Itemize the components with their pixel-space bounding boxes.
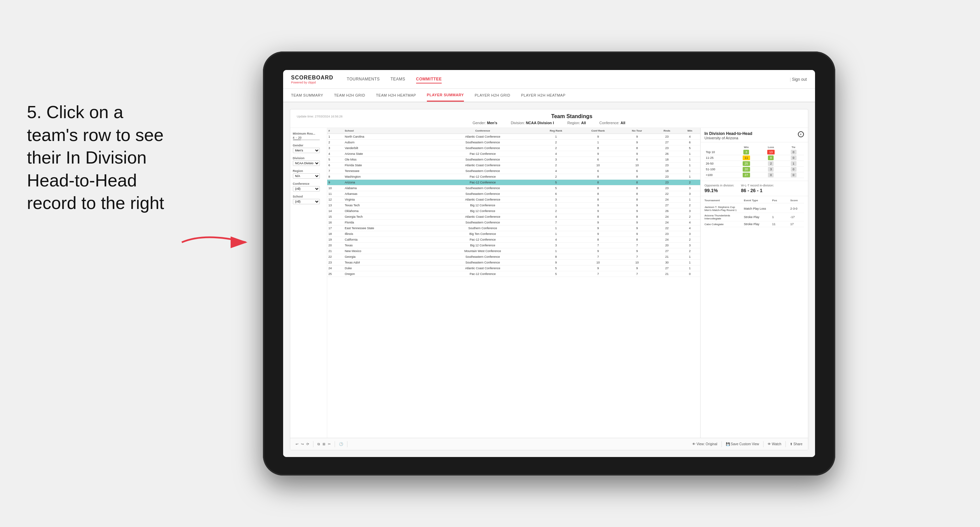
col-rnds: Rnds <box>654 128 679 134</box>
table-row[interactable]: 18 Illinois Big Ten Conference 1 9 9 23 … <box>327 231 700 237</box>
nav-tournaments[interactable]: TOURNAMENTS <box>347 75 380 83</box>
undo-redo-group: ↩ ↪ ⟳ <box>296 442 309 446</box>
tournament-row: Cabo Collegiate Stroke Play 11 17 <box>705 221 804 227</box>
cut-button[interactable]: ✂ <box>328 442 331 446</box>
main-content: Update time: 27/03/2024 16:56:26 Team St… <box>283 102 815 457</box>
h2h-stats: Opponents in division: 99.1% W-L-T recor… <box>701 181 808 196</box>
tournament-row: Jackson T. Stephens Cup Men's Match-Play… <box>705 205 804 213</box>
nav-items: TOURNAMENTS TEAMS COMMITTEE <box>347 75 790 83</box>
h2h-title: In Division Head-to-Head <box>705 131 752 136</box>
gender-select[interactable]: Men's <box>293 148 320 153</box>
sub-nav-player-summary[interactable]: PLAYER SUMMARY <box>427 89 464 102</box>
table-row[interactable]: 2 Auburn Southeastern Conference 2 1 9 2… <box>327 140 700 145</box>
share-button[interactable]: ⬆ Share <box>790 442 803 446</box>
table-row[interactable]: 16 Florida Southeastern Conference 7 9 9… <box>327 220 700 225</box>
opponents-label: Opponents in division: <box>705 184 735 187</box>
table-row[interactable]: 8 Washington Pac-12 Conference 2 8 8 23 … <box>327 174 700 180</box>
watch-button[interactable]: 👁 Watch <box>768 442 781 446</box>
tournament-row: Arizona Thunderbirds Intercollegiate Str… <box>705 213 804 221</box>
sign-out-button[interactable]: | Sign out <box>790 77 807 82</box>
table-area: # School Conference Reg Rank Conf Rank N… <box>327 128 700 438</box>
table-row[interactable]: 14 Oklahoma Big 12 Conference 2 9 9 26 3 <box>327 208 700 214</box>
logo-sub: Powered by clippd <box>291 81 334 84</box>
col-win-header: Win <box>734 145 759 149</box>
h2h-record-area: Win Loss Tie Top 10 3 13 0 11-25 11 <box>701 142 808 181</box>
table-row[interactable]: 13 Texas Tech Big 12 Conference 1 9 9 27… <box>327 203 700 208</box>
table-row[interactable]: 24 Duke Atlantic Coast Conference 5 9 9 … <box>327 265 700 271</box>
min-rounds-slider[interactable] <box>293 139 320 140</box>
nav-teams[interactable]: TEAMS <box>391 75 405 83</box>
logo-title: SCOREBOARD <box>291 75 334 81</box>
tablet-screen: SCOREBOARD Powered by clippd TOURNAMENTS… <box>283 70 815 457</box>
table-row[interactable]: 23 Texas A&M Southeastern Conference 9 1… <box>327 260 700 265</box>
h2h-record-row: 11-25 11 8 0 <box>705 155 804 161</box>
sub-nav-team-h2h-heatmap[interactable]: TEAM H2H HEATMAP <box>376 89 416 102</box>
table-row[interactable]: 12 Virginia Atlantic Coast Conference 3 … <box>327 197 700 203</box>
forward-button[interactable]: ⟳ <box>306 442 309 446</box>
standings-table: # School Conference Reg Rank Conf Rank N… <box>327 128 700 277</box>
table-row[interactable]: 10 Alabama Southeastern Conference 5 8 8… <box>327 186 700 191</box>
col-reg-rank: Reg Rank <box>536 128 576 134</box>
conference-select[interactable]: (All) <box>293 186 320 192</box>
col-rank: # <box>327 128 344 134</box>
arrow-annotation <box>178 229 266 256</box>
table-row[interactable]: 19 California Pac-12 Conference 4 8 8 24… <box>327 237 700 243</box>
division-select[interactable]: NCAA Division I <box>293 160 320 166</box>
table-row[interactable]: 25 Oregon Pac-12 Conference 5 7 7 21 0 <box>327 271 700 277</box>
bottom-toolbar: ↩ ↪ ⟳ ⧉ ⊞ ✂ 🕐 <box>290 438 808 450</box>
h2h-record-row: 51-100 20 3 0 <box>705 167 804 172</box>
filter-group-division: Division NCAA Division I <box>293 157 324 166</box>
filter-group-gender: Gender Men's <box>293 144 324 153</box>
sub-nav-player-h2h-grid[interactable]: PLAYER H2H GRID <box>475 89 511 102</box>
save-custom-view-button[interactable]: 💾 Save Custom View <box>726 442 759 446</box>
sub-nav-team-h2h-grid[interactable]: TEAM H2H GRID <box>334 89 365 102</box>
table-row[interactable]: 7 Tennessee Southeastern Conference 4 6 … <box>327 168 700 174</box>
sub-nav-team-summary[interactable]: TEAM SUMMARY <box>291 89 323 102</box>
table-row[interactable]: 4 Arizona State Pac-12 Conference 4 9 9 … <box>327 151 700 157</box>
table-row[interactable]: 5 Ole Miss Southeastern Conference 3 6 6… <box>327 157 700 162</box>
nav-committee[interactable]: COMMITTEE <box>416 75 442 83</box>
filter-conference: Conference: All <box>599 121 625 125</box>
wlt-label: W-L-T record in-division: <box>741 184 774 187</box>
table-row[interactable]: 3 Vanderbilt Southeastern Conference 2 8… <box>327 145 700 151</box>
table-row[interactable]: 11 Arkansas Southeastern Conference 6 8 … <box>327 191 700 197</box>
h2h-team: University of Arizona <box>705 136 752 140</box>
h2h-close-button[interactable]: × <box>798 131 804 137</box>
table-row[interactable]: 21 New Mexico Mountain West Conference 1… <box>327 248 700 254</box>
col-conference: Conference <box>430 128 536 134</box>
filter-division: Division: NCAA Division I <box>511 121 554 125</box>
region-select[interactable]: N/A <box>293 173 320 179</box>
filter-group-region: Region N/A <box>293 169 324 179</box>
table-row[interactable]: 20 Texas Big 12 Conference 3 7 7 20 3 <box>327 243 700 248</box>
table-row[interactable]: 9 Arizona Pac-12 Conference 5 8 8 23 2 <box>327 180 700 186</box>
redo-button[interactable]: ↪ <box>301 442 304 446</box>
col-tie-header: Tie <box>783 145 804 149</box>
clock-button[interactable]: 🕐 <box>339 442 343 446</box>
col-win: Win <box>680 128 700 134</box>
table-row[interactable]: 1 North Carolina Atlantic Coast Conferen… <box>327 134 700 140</box>
paste-button[interactable]: ⊞ <box>323 442 325 446</box>
h2h-record-table: Win Loss Tie Top 10 3 13 0 11-25 11 <box>705 145 804 178</box>
filter-group-school: School (All) <box>293 195 324 204</box>
table-row[interactable]: 6 Florida State Atlantic Coast Conferenc… <box>327 162 700 168</box>
filter-sidebar: Minimum Rou... 4 - 20 <box>290 128 327 438</box>
scoreboard-content: Update time: 27/03/2024 16:56:26 Team St… <box>283 102 815 457</box>
h2h-record-row: Top 10 3 13 0 <box>705 149 804 155</box>
tablet-frame: SCOREBOARD Powered by clippd TOURNAMENTS… <box>263 51 835 476</box>
school-select[interactable]: (All) <box>293 199 320 204</box>
white-panel: Update time: 27/03/2024 16:56:26 Team St… <box>290 109 808 450</box>
h2h-tournaments: Tournament Event Type Pos Score Jackson … <box>701 196 808 438</box>
sub-nav-player-h2h-heatmap[interactable]: PLAYER H2H HEATMAP <box>521 89 566 102</box>
col-loss-header: Loss <box>759 145 783 149</box>
table-row[interactable]: 17 East Tennessee State Southern Confere… <box>327 225 700 231</box>
undo-button[interactable]: ↩ <box>296 442 298 446</box>
copy-button[interactable]: ⧉ <box>317 442 320 446</box>
table-row[interactable]: 22 Georgia Southeastern Conference 8 7 7… <box>327 254 700 260</box>
view-original-button[interactable]: 👁 View: Original <box>692 442 718 446</box>
filter-group-conference: Conference (All) <box>293 182 324 192</box>
panel-title: Team Standings <box>343 113 801 119</box>
h2h-header: In Division Head-to-Head University of A… <box>701 128 808 142</box>
annotation-text: 5. Click on a team's row to see their In… <box>27 101 175 215</box>
table-row[interactable]: 15 Georgia Tech Atlantic Coast Conferenc… <box>327 214 700 220</box>
filter-gender: Gender: Men's <box>473 121 498 125</box>
